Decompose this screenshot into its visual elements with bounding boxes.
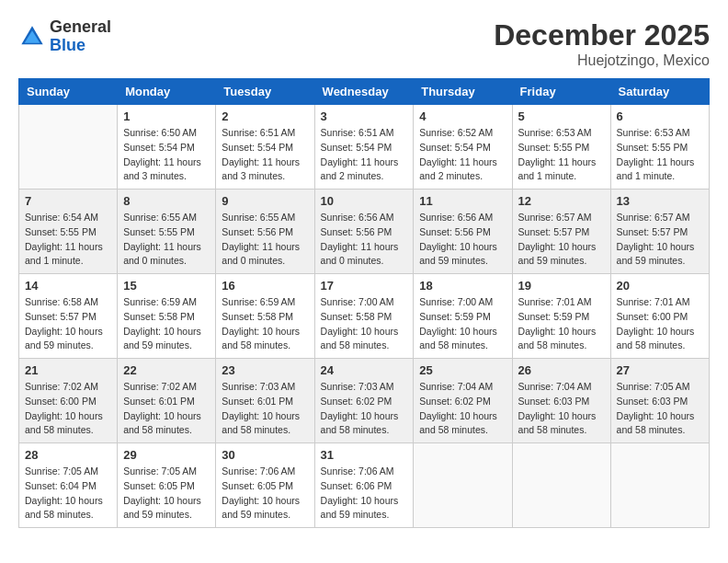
day-number: 29: [123, 448, 210, 462]
sunset-text: Sunset: 6:00 PM: [25, 396, 97, 407]
daylight-text: Daylight: 10 hours and 58 minutes.: [321, 326, 399, 351]
table-row: 25 Sunrise: 7:04 AM Sunset: 6:02 PM Dayl…: [414, 359, 512, 443]
sunset-text: Sunset: 5:57 PM: [25, 311, 97, 322]
table-row: 11 Sunrise: 6:56 AM Sunset: 5:56 PM Dayl…: [414, 190, 512, 274]
sunrise-text: Sunrise: 6:54 AM: [25, 212, 98, 223]
sunset-text: Sunset: 6:04 PM: [25, 480, 97, 491]
sunset-text: Sunset: 6:05 PM: [123, 480, 195, 491]
sunset-text: Sunset: 5:59 PM: [419, 311, 491, 322]
day-info: Sunrise: 7:05 AM Sunset: 6:05 PM Dayligh…: [123, 465, 210, 523]
daylight-text: Daylight: 10 hours and 59 minutes.: [123, 326, 201, 351]
sunset-text: Sunset: 6:02 PM: [419, 396, 491, 407]
day-info: Sunrise: 6:53 AM Sunset: 5:55 PM Dayligh…: [518, 126, 605, 184]
table-row: 9 Sunrise: 6:55 AM Sunset: 5:56 PM Dayli…: [216, 190, 314, 274]
table-row: 28 Sunrise: 7:05 AM Sunset: 6:04 PM Dayl…: [19, 443, 118, 528]
sunrise-text: Sunrise: 6:55 AM: [222, 212, 295, 223]
sunrise-text: Sunrise: 7:06 AM: [321, 465, 394, 477]
sunrise-text: Sunrise: 7:04 AM: [518, 381, 592, 392]
table-row: 19 Sunrise: 7:01 AM Sunset: 5:59 PM Dayl…: [512, 274, 610, 359]
day-number: 22: [123, 363, 210, 377]
sunrise-text: Sunrise: 6:55 AM: [123, 212, 197, 223]
daylight-text: Daylight: 10 hours and 59 minutes.: [222, 495, 300, 521]
table-row: 24 Sunrise: 7:03 AM Sunset: 6:02 PM Dayl…: [314, 359, 414, 443]
day-info: Sunrise: 7:01 AM Sunset: 6:00 PM Dayligh…: [617, 295, 703, 353]
table-row: [414, 443, 512, 528]
day-number: 2: [222, 109, 308, 123]
calendar-week-row: 7 Sunrise: 6:54 AM Sunset: 5:55 PM Dayli…: [19, 190, 710, 274]
day-info: Sunrise: 7:04 AM Sunset: 6:03 PM Dayligh…: [518, 380, 605, 438]
sunrise-text: Sunrise: 6:56 AM: [321, 212, 394, 223]
daylight-text: Daylight: 10 hours and 59 minutes.: [617, 241, 695, 267]
day-number: 23: [222, 363, 308, 377]
sunset-text: Sunset: 5:59 PM: [518, 311, 590, 322]
calendar-week-row: 21 Sunrise: 7:02 AM Sunset: 6:00 PM Dayl…: [19, 359, 710, 443]
header-sunday: Sunday: [19, 79, 118, 105]
day-info: Sunrise: 6:53 AM Sunset: 5:55 PM Dayligh…: [617, 126, 703, 184]
day-info: Sunrise: 7:03 AM Sunset: 6:02 PM Dayligh…: [321, 380, 408, 438]
day-info: Sunrise: 7:02 AM Sunset: 6:01 PM Dayligh…: [123, 380, 210, 438]
header-wednesday: Wednesday: [314, 79, 414, 105]
sunset-text: Sunset: 5:55 PM: [518, 142, 590, 153]
sunrise-text: Sunrise: 7:01 AM: [617, 296, 690, 307]
daylight-text: Daylight: 11 hours and 0 minutes.: [321, 241, 399, 267]
table-row: 8 Sunrise: 6:55 AM Sunset: 5:55 PM Dayli…: [118, 190, 216, 274]
sunrise-text: Sunrise: 7:05 AM: [123, 465, 197, 477]
daylight-text: Daylight: 10 hours and 59 minutes.: [419, 241, 497, 267]
location: Huejotzingo, Mexico: [494, 52, 710, 69]
day-info: Sunrise: 6:55 AM Sunset: 5:56 PM Dayligh…: [222, 211, 308, 269]
table-row: 20 Sunrise: 7:01 AM Sunset: 6:00 PM Dayl…: [610, 274, 709, 359]
daylight-text: Daylight: 10 hours and 59 minutes.: [25, 326, 103, 351]
day-info: Sunrise: 6:56 AM Sunset: 5:56 PM Dayligh…: [419, 211, 506, 269]
daylight-text: Daylight: 11 hours and 1 minute.: [617, 156, 695, 182]
sunrise-text: Sunrise: 6:50 AM: [123, 127, 197, 138]
sunset-text: Sunset: 5:54 PM: [123, 142, 195, 153]
logo-general: General: [50, 18, 111, 37]
day-info: Sunrise: 6:59 AM Sunset: 5:58 PM Dayligh…: [123, 295, 210, 353]
daylight-text: Daylight: 11 hours and 0 minutes.: [222, 241, 300, 267]
sunset-text: Sunset: 5:58 PM: [321, 311, 392, 322]
day-info: Sunrise: 7:05 AM Sunset: 6:04 PM Dayligh…: [25, 465, 111, 523]
sunrise-text: Sunrise: 7:00 AM: [419, 296, 493, 307]
daylight-text: Daylight: 11 hours and 1 minute.: [518, 156, 597, 182]
day-info: Sunrise: 7:03 AM Sunset: 6:01 PM Dayligh…: [222, 380, 308, 438]
day-number: 14: [25, 279, 111, 293]
day-info: Sunrise: 6:50 AM Sunset: 5:54 PM Dayligh…: [123, 126, 210, 184]
logo-text: General Blue: [50, 18, 111, 55]
sunset-text: Sunset: 5:55 PM: [123, 226, 195, 237]
page-header: General Blue December 2025 Huejotzingo, …: [18, 18, 710, 69]
sunrise-text: Sunrise: 6:59 AM: [123, 296, 197, 307]
day-number: 9: [222, 194, 308, 208]
sunrise-text: Sunrise: 6:58 AM: [25, 296, 98, 307]
day-info: Sunrise: 7:05 AM Sunset: 6:03 PM Dayligh…: [617, 380, 703, 438]
sunrise-text: Sunrise: 7:06 AM: [222, 465, 295, 477]
day-info: Sunrise: 7:06 AM Sunset: 6:05 PM Dayligh…: [222, 465, 308, 523]
sunrise-text: Sunrise: 6:57 AM: [617, 212, 690, 223]
table-row: 13 Sunrise: 6:57 AM Sunset: 5:57 PM Dayl…: [610, 190, 709, 274]
table-row: 6 Sunrise: 6:53 AM Sunset: 5:55 PM Dayli…: [610, 105, 709, 190]
sunrise-text: Sunrise: 6:57 AM: [518, 212, 592, 223]
day-number: 31: [321, 448, 408, 462]
table-row: [19, 105, 118, 190]
day-number: 16: [222, 279, 308, 293]
daylight-text: Daylight: 10 hours and 58 minutes.: [25, 410, 103, 436]
calendar-table: Sunday Monday Tuesday Wednesday Thursday…: [18, 78, 710, 528]
table-row: 4 Sunrise: 6:52 AM Sunset: 5:54 PM Dayli…: [414, 105, 512, 190]
sunrise-text: Sunrise: 6:59 AM: [222, 296, 295, 307]
sunrise-text: Sunrise: 7:03 AM: [222, 381, 295, 392]
sunset-text: Sunset: 5:58 PM: [222, 311, 293, 322]
day-number: 7: [25, 194, 111, 208]
calendar-week-row: 28 Sunrise: 7:05 AM Sunset: 6:04 PM Dayl…: [19, 443, 710, 528]
daylight-text: Daylight: 11 hours and 3 minutes.: [222, 156, 300, 182]
logo-icon: [18, 23, 46, 51]
table-row: 2 Sunrise: 6:51 AM Sunset: 5:54 PM Dayli…: [216, 105, 314, 190]
day-number: 13: [617, 194, 703, 208]
daylight-text: Daylight: 10 hours and 59 minutes.: [123, 495, 201, 521]
day-number: 11: [419, 194, 506, 208]
day-number: 3: [321, 109, 408, 123]
daylight-text: Daylight: 10 hours and 58 minutes.: [25, 495, 103, 521]
sunrise-text: Sunrise: 7:02 AM: [123, 381, 197, 392]
sunset-text: Sunset: 6:00 PM: [617, 311, 688, 322]
daylight-text: Daylight: 10 hours and 58 minutes.: [617, 326, 695, 351]
sunrise-text: Sunrise: 6:51 AM: [321, 127, 394, 138]
table-row: 5 Sunrise: 6:53 AM Sunset: 5:55 PM Dayli…: [512, 105, 610, 190]
